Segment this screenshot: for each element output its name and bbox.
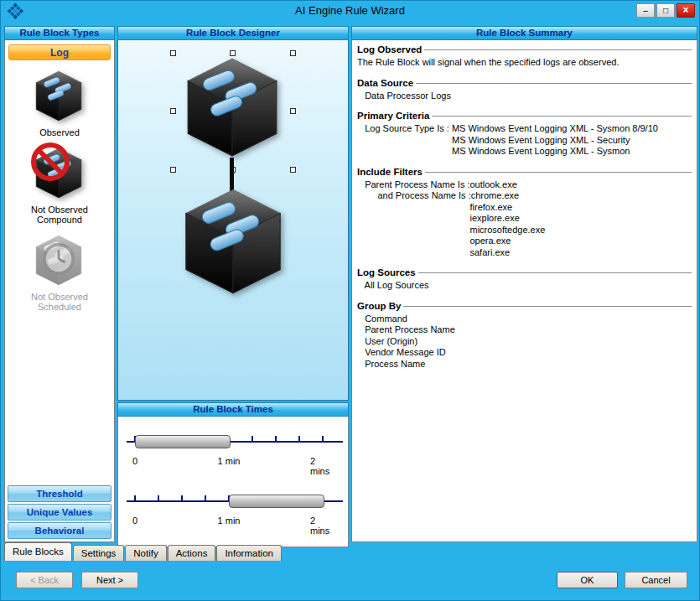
summary-section-log-sources: Log Sources All Log Sources	[357, 267, 692, 292]
prohibition-icon	[29, 141, 76, 188]
time-slider-handle[interactable]	[229, 495, 324, 508]
summary-line: MS Windows Event Logging XML - Sysmon	[357, 146, 692, 158]
threshold-category-button[interactable]: Threshold	[8, 485, 111, 502]
tab-actions[interactable]: Actions	[168, 545, 216, 561]
summary-line: All Log Sources	[357, 280, 692, 292]
cancel-button[interactable]: Cancel	[625, 572, 687, 588]
section-title: Include Filters	[357, 167, 423, 178]
rule-block-designer-panel: Rule Block Designer Rule Block Times	[117, 26, 349, 542]
window-title: AI Engine Rule Wizard	[1, 4, 699, 17]
rule-block-time-slider-2[interactable]: 0 1 min 2 mins	[118, 487, 348, 539]
titlebar[interactable]: AI Engine Rule Wizard – □ ×	[1, 1, 699, 20]
summary-line: opera.exe	[357, 236, 692, 247]
maximize-icon[interactable]: □	[656, 3, 675, 18]
selection-handle[interactable]	[290, 167, 296, 173]
close-icon[interactable]: ×	[677, 3, 695, 18]
rule-block-summary-panel: Rule Block Summary Log Observed The Rule…	[351, 26, 697, 542]
slider-tick-label: 2 mins	[310, 516, 335, 536]
log-category-button[interactable]: Log	[8, 44, 111, 60]
wizard-tab-strip: Rule Blocks Settings Notify Actions Info…	[4, 542, 283, 561]
summary-line: Parent Process Name	[357, 324, 692, 336]
rule-block-types-panel: Rule Block Types Log Observed Not Observ…	[4, 26, 115, 542]
summary-line: and Process Name Is :chrome.exe	[357, 190, 692, 202]
observed-cube-icon	[33, 69, 85, 122]
summary-line: safari.exe	[357, 247, 692, 259]
summary-line: User (Origin)	[357, 336, 692, 348]
slider-tick-label: 2 mins	[310, 456, 335, 476]
summary-section-include-filters: Include Filters Parent Process Name Is :…	[357, 167, 692, 259]
summary-line: microsoftedge.exe	[357, 225, 692, 236]
selection-handle[interactable]	[290, 50, 296, 56]
summary-line: MS Windows Event Logging XML - Security	[357, 135, 692, 147]
summary-section-log-observed: Log Observed The Rule Block will signal …	[357, 44, 692, 69]
summary-line: Process Name	[357, 359, 692, 370]
selection-handle[interactable]	[290, 108, 296, 114]
selection-handle[interactable]	[170, 167, 176, 173]
rule-block-1-cube-icon[interactable]	[181, 54, 283, 159]
clock-icon	[39, 240, 78, 278]
section-title: Primary Criteria	[357, 111, 429, 122]
section-title: Data Source	[357, 78, 413, 89]
ok-button[interactable]: OK	[557, 572, 618, 588]
summary-line: firefox.exe	[357, 202, 692, 214]
summary-section-data-source: Data Source Data Processor Logs	[357, 78, 692, 102]
behavioral-category-button[interactable]: Behavioral	[8, 522, 111, 539]
rule-type-label: Not Observed Compound	[18, 205, 101, 225]
rule-type-label: Observed	[18, 127, 101, 138]
rule-block-times-header: Rule Block Times	[117, 402, 349, 417]
back-button[interactable]: < Back	[16, 572, 73, 588]
section-title: Group By	[357, 301, 401, 312]
rule-block-summary-header: Rule Block Summary	[351, 26, 697, 40]
summary-line: Command	[357, 313, 692, 325]
summary-line: Log Source Type Is : MS Windows Event Lo…	[357, 123, 692, 135]
rule-type-observed[interactable]: Observed	[18, 69, 101, 138]
rule-block-time-slider-1[interactable]: 0 1 min 2 mins	[118, 427, 348, 479]
ai-engine-rule-wizard-window: AI Engine Rule Wizard – □ × Rule Block T…	[0, 0, 700, 601]
selection-handle[interactable]	[170, 108, 176, 114]
minimize-icon[interactable]: –	[636, 3, 655, 18]
summary-line: Data Processor Logs	[357, 91, 692, 102]
rule-type-label: Not Observed Scheduled	[18, 292, 101, 313]
summary-line: Parent Process Name Is :outlook.exe	[357, 179, 692, 191]
summary-body: Log Observed The Rule Block will signal …	[351, 40, 697, 542]
rule-block-designer-header: Rule Block Designer	[117, 26, 349, 40]
time-slider-handle[interactable]	[135, 435, 231, 448]
selection-handle[interactable]	[170, 50, 176, 56]
tab-settings[interactable]: Settings	[73, 545, 125, 561]
summary-line: The Rule Block will signal when the spec…	[357, 57, 692, 69]
next-button[interactable]: Next >	[81, 572, 138, 588]
summary-section-group-by: Group By Command Parent Process Name Use…	[357, 301, 692, 370]
section-title: Log Sources	[357, 267, 416, 278]
slider-tick-label: 1 min	[218, 456, 241, 466]
slider-tick-label: 0	[132, 516, 137, 526]
tab-notify[interactable]: Notify	[125, 545, 166, 561]
slider-tick-label: 0	[132, 456, 137, 466]
rule-type-not-observed-scheduled[interactable]: Not Observed Scheduled	[18, 233, 101, 313]
rule-block-2-cube-icon[interactable]	[179, 184, 288, 297]
slider-tick-label: 1 min	[218, 516, 241, 526]
designer-canvas[interactable]	[117, 40, 349, 401]
tab-information[interactable]: Information	[216, 545, 282, 561]
summary-section-primary-criteria: Primary Criteria Log Source Type Is : MS…	[357, 111, 692, 158]
unique-values-category-button[interactable]: Unique Values	[8, 504, 111, 521]
rule-block-types-header: Rule Block Types	[4, 26, 115, 40]
summary-line: iexplore.exe	[357, 213, 692, 225]
section-title: Log Observed	[357, 44, 422, 55]
rule-block-times-body: 0 1 min 2 mins 0 1 min 2 mins	[117, 417, 349, 547]
summary-line: Vendor Message ID	[357, 347, 692, 359]
rule-type-not-observed-compound[interactable]: Not Observed Compound	[18, 146, 101, 225]
tab-rule-blocks[interactable]: Rule Blocks	[4, 542, 72, 561]
